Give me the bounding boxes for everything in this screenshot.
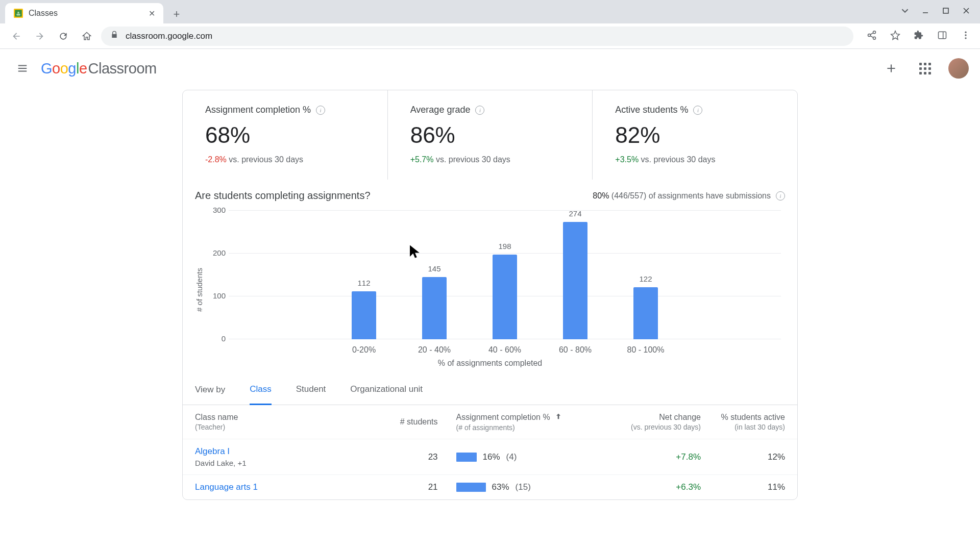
bar-category-label: 0-20% [333,339,395,355]
svg-point-7 [868,34,871,36]
bar-value-label: 198 [479,242,530,251]
share-icon[interactable] [865,30,879,42]
bar[interactable]: 145 20 - 40% [422,277,447,339]
y-axis-label: # of students [195,268,204,312]
browser-tab[interactable]: Classes ✕ [5,3,163,23]
forward-button [31,27,49,45]
chart-meta: 80% (446/557) of assignments have submis… [593,191,785,201]
th-class-name[interactable]: Class name [195,413,378,422]
svg-line-10 [870,36,873,37]
th-netchange[interactable]: Net change [602,413,701,422]
info-icon[interactable]: i [776,191,785,201]
reload-button[interactable] [54,27,72,45]
back-button [7,27,26,45]
tab-student[interactable]: Student [296,375,326,405]
cell-active: 11% [701,482,785,492]
svg-point-13 [965,31,966,33]
stat-card: Assignment completion %i 68% -2.8% vs. p… [183,90,387,180]
browser-chrome: Classes ✕ + classroom.google.com [0,0,980,49]
new-tab-button[interactable]: + [167,5,186,23]
svg-point-8 [873,37,876,39]
view-by-label: View by [195,375,225,404]
y-tick: 100 [208,291,226,300]
info-icon[interactable]: i [316,106,325,115]
tab-organizational-unit[interactable]: Organizational unit [350,375,423,405]
cell-netchange: +7.8% [676,452,701,462]
bar[interactable]: 112 0-20% [352,291,376,339]
bar[interactable]: 198 40 - 60% [493,255,517,339]
apps-grid-icon[interactable] [915,58,935,79]
tab-search-icon[interactable] [901,7,909,16]
bar-category-label: 80 - 100% [615,339,676,355]
address-bar[interactable]: classroom.google.com [101,27,853,46]
th-class-name-sub: (Teacher) [195,423,378,431]
sidepanel-icon[interactable] [935,30,949,42]
classroom-favicon [13,8,23,18]
th-active[interactable]: % students active [701,413,785,422]
logo[interactable]: Google Classroom [41,60,157,77]
table-body: Algebra I David Lake, +1 23 16% (4) +7.8… [183,439,797,499]
logo-google: Google [41,60,87,77]
tab-class[interactable]: Class [250,375,272,405]
stat-title: Average grade [410,105,471,115]
th-students[interactable]: # students [378,417,437,427]
stat-delta: +5.7% vs. previous 30 days [410,155,570,164]
chart-section: Are students completing assignments? 80%… [183,180,797,375]
close-window-icon[interactable] [963,7,970,16]
bar-value-label: 122 [620,274,671,283]
svg-point-2 [17,12,19,14]
progress-bar [456,483,486,492]
tab-title: Classes [29,9,143,18]
bars-container: 112 0-20% 145 20 - 40% 198 40 - 60% 274 … [229,211,781,339]
stat-value: 86% [410,122,570,148]
home-button[interactable] [78,27,96,45]
extensions-icon[interactable] [912,30,926,42]
teacher-label: David Lake, +1 [195,459,378,467]
bar-category-label: 20 - 40% [404,339,465,355]
stat-value: 68% [205,122,365,148]
close-tab-icon[interactable]: ✕ [149,9,155,18]
svg-point-6 [873,31,876,33]
main-content: Assignment completion %i 68% -2.8% vs. p… [0,88,980,500]
create-button[interactable] [881,58,901,79]
bar[interactable]: 122 80 - 100% [633,287,658,339]
cell-active: 12% [701,452,785,462]
chart-meta-text: (446/557) of assignments have submission… [611,191,771,200]
avatar[interactable] [948,58,969,79]
bar-value-label: 145 [409,264,460,273]
info-icon[interactable]: i [475,106,484,115]
svg-point-14 [965,34,966,36]
bar-category-label: 60 - 80% [545,339,606,355]
maximize-icon[interactable] [942,7,949,16]
lock-icon [110,31,118,41]
class-name-link[interactable]: Algebra I [195,446,378,457]
chart-area: # of students 0100200300 112 0-20% 145 2… [195,211,785,369]
chart-title: Are students completing assignments? [195,190,371,202]
stats-row: Assignment completion %i 68% -2.8% vs. p… [183,90,797,180]
stat-delta: -2.8% vs. previous 30 days [205,155,365,164]
minimize-icon[interactable] [922,7,929,16]
bookmark-icon[interactable] [888,30,902,42]
kebab-menu-icon[interactable] [959,30,973,42]
stat-card: Active students %i 82% +3.5% vs. previou… [592,90,797,180]
class-name-link[interactable]: Language arts 1 [195,482,378,492]
bar-chart: 0100200300 112 0-20% 145 20 - 40% 198 40… [229,211,781,339]
th-completion-sub: (# of assignments) [456,423,602,432]
th-completion[interactable]: Assignment completion % [456,412,602,422]
tab-strip: Classes ✕ + [0,0,980,23]
info-icon[interactable]: i [693,106,702,115]
logo-product: Classroom [88,60,157,77]
progress-bar [456,453,477,462]
stat-title: Active students % [615,105,688,115]
chart-meta-pct: 80% [593,191,609,200]
stat-value: 82% [615,122,775,148]
url-text: classroom.google.com [126,31,212,41]
hamburger-menu-icon[interactable] [11,57,34,80]
svg-rect-3 [16,14,20,16]
window-controls [901,7,980,16]
bar[interactable]: 274 60 - 80% [563,222,587,339]
svg-line-9 [870,33,873,34]
table-header: Class name (Teacher) # students Assignme… [183,405,797,439]
header-actions [881,58,969,79]
y-tick: 0 [208,334,226,343]
